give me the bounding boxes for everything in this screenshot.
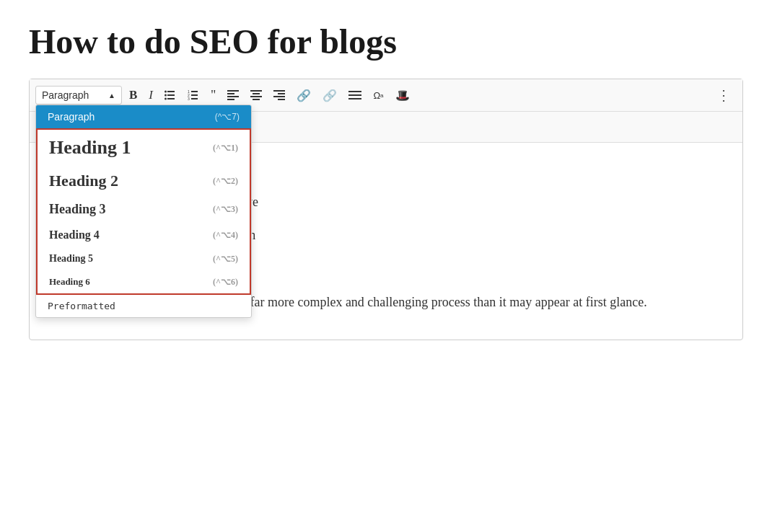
dropdown-item-heading6[interactable]: Heading 6 (^⌥6) [38,270,250,293]
svg-rect-7 [191,94,198,96]
block-type-dropdown: Paragraph (^⌥7) Heading 1 (^⌥1) Heading … [35,105,252,318]
dropdown-item-heading3[interactable]: Heading 3 (^⌥3) [38,196,250,223]
svg-rect-12 [227,90,239,92]
block-selector-button[interactable]: Paragraph ▲ [35,86,122,105]
blockquote-button[interactable]: " [206,85,220,106]
svg-rect-21 [278,93,285,94]
dropdown-item-preformatted[interactable]: Preformatted [36,295,251,317]
heading6-shortcut: (^⌥6) [213,277,238,288]
heading5-shortcut: (^⌥5) [213,254,238,265]
toolbar-more-button[interactable]: ⋮ [711,84,737,107]
dropdown-item-heading2[interactable]: Heading 2 (^⌥2) [38,166,250,196]
hr-button[interactable] [344,88,366,102]
dropdown-headings-box: Heading 1 (^⌥1) Heading 2 (^⌥2) Heading … [36,128,251,295]
heading4-shortcut: (^⌥4) [213,230,238,241]
svg-rect-15 [227,99,234,100]
svg-rect-0 [167,91,175,92]
svg-rect-13 [227,93,234,94]
page-title: How to do SEO for blogs [29,22,743,61]
svg-rect-1 [167,94,175,96]
svg-rect-8 [191,98,198,99]
align-left-button[interactable] [223,87,243,103]
svg-rect-26 [348,98,361,99]
block-selector-arrow: ▲ [108,92,115,99]
unlink-button[interactable]: 🔗 [318,86,341,105]
svg-point-3 [165,91,167,93]
heading3-shortcut: (^⌥3) [213,204,238,215]
svg-rect-19 [253,99,260,100]
svg-rect-24 [348,91,361,92]
unordered-list-button[interactable] [160,87,180,104]
special-char-button[interactable]: Ωa [369,87,387,104]
svg-point-4 [165,94,167,97]
toolbar-row1: Paragraph ▲ Paragraph (^⌥7) Heading 1 (^… [30,79,742,112]
dropdown-item-heading1[interactable]: Heading 1 (^⌥1) [38,130,250,166]
svg-rect-18 [250,96,262,97]
svg-point-5 [165,98,167,100]
image-button[interactable]: 🎩 [391,86,414,105]
block-selector-label: Paragraph [42,89,89,101]
svg-rect-14 [227,96,239,97]
heading4-label: Heading 4 [49,229,100,241]
heading1-label: Heading 1 [49,137,131,159]
preformatted-label: Preformatted [48,301,115,311]
svg-rect-16 [250,90,262,92]
heading5-label: Heading 5 [49,253,93,265]
dropdown-paragraph-label: Paragraph [48,111,95,123]
block-selector-container: Paragraph ▲ Paragraph (^⌥7) Heading 1 (^… [35,86,122,105]
svg-text:3: 3 [188,97,190,101]
svg-rect-2 [167,98,175,99]
dropdown-item-heading5[interactable]: Heading 5 (^⌥5) [38,247,250,270]
heading2-label: Heading 2 [49,172,118,190]
heading1-shortcut: (^⌥1) [213,143,238,154]
dropdown-item-paragraph[interactable]: Paragraph (^⌥7) [36,105,251,128]
svg-rect-25 [348,94,361,96]
align-right-button[interactable] [269,87,289,103]
ordered-list-button[interactable]: 123 [183,87,203,104]
svg-rect-20 [273,90,285,92]
svg-rect-23 [278,99,285,100]
link-button[interactable]: 🔗 [292,86,315,105]
dropdown-paragraph-shortcut: (^⌥7) [215,112,240,122]
heading6-label: Heading 6 [49,276,90,288]
editor-wrapper: Paragraph ▲ Paragraph (^⌥7) Heading 1 (^… [29,79,743,340]
italic-button[interactable]: I [144,85,157,105]
align-center-button[interactable] [246,87,266,103]
dropdown-item-heading4[interactable]: Heading 4 (^⌥4) [38,223,250,247]
svg-rect-6 [191,91,198,92]
heading2-shortcut: (^⌥2) [213,176,238,187]
svg-rect-22 [273,96,285,97]
svg-rect-17 [253,93,260,94]
bold-button[interactable]: B [125,85,141,105]
heading3-label: Heading 3 [49,202,106,217]
